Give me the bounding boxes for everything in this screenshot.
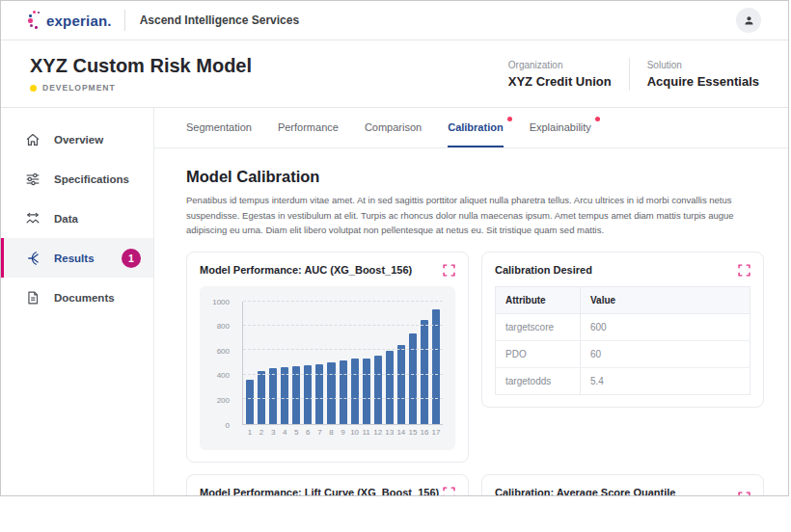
header-divider [629, 58, 630, 91]
notification-dot-icon [595, 117, 600, 121]
table-header-attribute: Attribute [496, 286, 581, 313]
x-axis-tick: 5 [294, 428, 298, 437]
status-dot-icon [30, 85, 37, 92]
bar [421, 320, 428, 424]
card-title: Model Performance: Lift Curve (XG_Boost_… [200, 487, 439, 496]
page-title: XYZ Custom Risk Model [30, 55, 252, 77]
bar [281, 367, 288, 424]
tab-calibration[interactable]: Calibration [448, 108, 503, 147]
results-chart-icon [24, 250, 41, 267]
x-axis-tick: 11 [363, 428, 370, 437]
solution-value: Acquire Essentials [647, 74, 759, 89]
section-heading: Model Calibration [186, 168, 764, 186]
document-icon [24, 289, 41, 306]
x-axis-tick: 3 [271, 428, 275, 437]
bar [340, 360, 347, 423]
sidebar-item-overview[interactable]: Overview [1, 120, 153, 159]
auc-chart-bars: 1234567891011121314151617 [243, 302, 443, 424]
tab-comparison[interactable]: Comparison [365, 108, 422, 147]
solution-label: Solution [647, 60, 759, 70]
bar [432, 309, 440, 424]
bar [397, 345, 405, 423]
topbar: experian. Ascend Intelligence Services [1, 1, 788, 40]
x-axis-tick: 2 [259, 428, 263, 437]
content-area: Model Calibration Penatibus id tempus in… [154, 148, 788, 496]
table-row: targetodds 5.4 [496, 367, 750, 394]
x-axis-tick: 10 [350, 428, 359, 437]
x-axis-tick: 17 [432, 428, 441, 437]
x-axis-tick: 4 [283, 428, 286, 437]
app-window: experian. Ascend Intelligence Services X… [0, 0, 789, 496]
tab-explainability[interactable]: Explainability [530, 108, 591, 147]
tab-performance[interactable]: Performance [278, 108, 339, 147]
bar [363, 359, 370, 423]
card-score-quantile-distribution: Calibration: Average Score Quantile Dist… [481, 474, 764, 497]
x-axis-tick: 6 [306, 428, 310, 437]
card-title: Calibration: Average Score Quantile Dist… [495, 487, 738, 497]
auc-chart-plot: 1234567891011121314151617 [242, 302, 443, 425]
sidebar-item-documents[interactable]: Documents [1, 278, 153, 317]
sidebar-item-data[interactable]: Data [1, 199, 153, 238]
calibration-desired-table: Attribute Value targetscore 600 [495, 286, 750, 395]
person-icon [742, 13, 756, 28]
model-header: XYZ Custom Risk Model DEVELOPMENT Organi… [1, 40, 788, 108]
x-axis-tick: 14 [396, 428, 405, 437]
home-icon [24, 131, 41, 148]
sliders-icon [24, 171, 41, 188]
main-area: Segmentation Performance Comparison Cali… [154, 108, 788, 496]
x-axis-tick: 1 [248, 428, 252, 437]
bar [269, 368, 277, 423]
expand-icon[interactable] [738, 492, 750, 496]
notification-dot-icon [507, 117, 512, 121]
organization-label: Organization [508, 60, 612, 70]
results-count-badge: 1 [122, 249, 141, 268]
status-badge: DEVELOPMENT [42, 83, 116, 93]
expand-icon[interactable] [443, 487, 455, 497]
card-calibration-desired: Calibration Desired Attribute Value [481, 252, 764, 408]
section-description: Penatibus id tempus interdum vitae amet.… [186, 193, 764, 238]
card-model-performance-auc: Model Performance: AUC (XG_Boost_156) 02… [186, 252, 469, 463]
organization-value: XYZ Credit Union [508, 74, 612, 89]
x-axis-tick: 16 [421, 428, 429, 437]
x-axis-tick: 7 [317, 428, 321, 437]
table-header-value: Value [581, 286, 750, 313]
x-axis-tick: 15 [408, 428, 417, 437]
auc-chart-ylabels: 02004006008001000 [200, 302, 236, 425]
tab-bar: Segmentation Performance Comparison Cali… [154, 108, 788, 148]
bar [374, 356, 382, 424]
bar [351, 359, 359, 423]
experian-logo: experian. [28, 10, 112, 31]
card-lift-curve: Model Performance: Lift Curve (XG_Boost_… [186, 474, 469, 497]
bar [386, 351, 394, 423]
bar [327, 362, 335, 424]
sidebar-item-results[interactable]: Results 1 [1, 238, 153, 278]
bar [246, 380, 254, 424]
sidebar: Overview Specifications Data Results 1 [1, 108, 154, 496]
table-row: targetscore 600 [496, 313, 750, 340]
expand-icon[interactable] [443, 264, 455, 277]
app-title: Ascend Intelligence Services [140, 13, 299, 27]
x-axis-tick: 8 [329, 428, 333, 437]
x-axis-tick: 13 [385, 428, 394, 437]
expand-icon[interactable] [738, 264, 750, 277]
x-axis-tick: 9 [341, 428, 344, 437]
topbar-divider [124, 10, 125, 31]
table-row: PDO 60 [496, 340, 750, 367]
card-title: Calibration Desired [495, 264, 592, 276]
x-axis-tick: 12 [373, 428, 382, 437]
tab-segmentation[interactable]: Segmentation [186, 108, 252, 147]
experian-logo-dots-icon [28, 10, 42, 31]
card-title: Model Performance: AUC (XG_Boost_156) [200, 264, 412, 276]
sidebar-item-specifications[interactable]: Specifications [1, 159, 153, 199]
bar [409, 333, 417, 424]
user-avatar[interactable] [736, 8, 761, 33]
brand-wordmark: experian. [46, 13, 112, 29]
data-flow-icon [24, 210, 41, 227]
auc-bar-chart: 02004006008001000 1234567891011121314151… [200, 286, 455, 450]
